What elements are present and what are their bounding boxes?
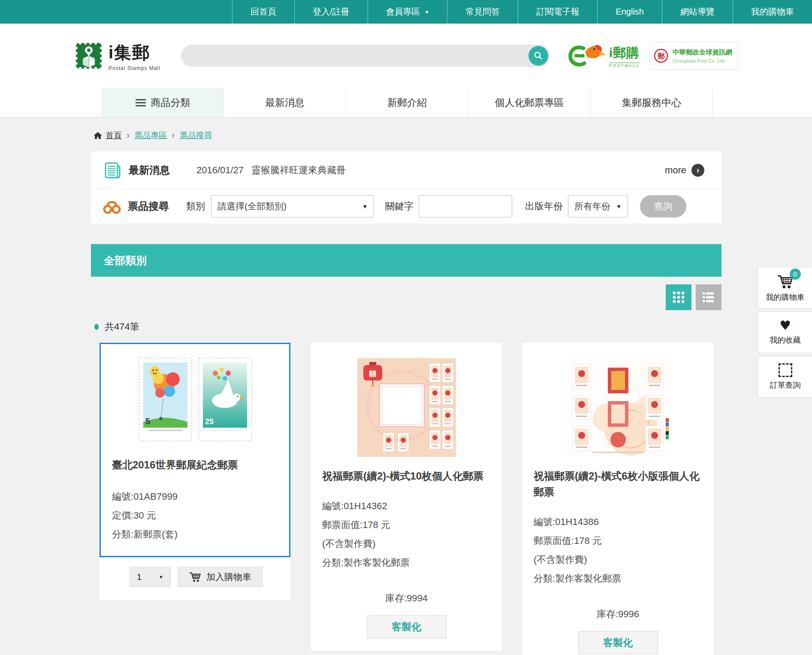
heart-icon: ♥ [779,319,791,332]
price-label: 郵票面值: [534,535,574,546]
quick-access-rail: 0 我的購物車 ♥ 我的收藏 訂單查詢 [758,267,812,401]
stamp-logo-icon [75,42,103,69]
topnav-member-area[interactable]: 會員專區 ▼ [368,0,447,24]
product-title[interactable]: 臺北2016世界郵展紀念郵票 [112,457,278,473]
main-menu: 商品分類 最新消息 新郵介紹 個人化郵票專區 集郵服務中心 [0,88,812,117]
postmall-title: i郵購 [609,44,640,62]
binoculars-icon [102,198,122,215]
search-button[interactable] [528,46,548,66]
product-details: 編號:01AB7999 定價:30 元 分類:新郵票(套) [101,487,289,544]
grid-view-button[interactable] [666,284,691,310]
site-logo[interactable]: i集郵 Postal Stamps Mall [75,41,160,71]
top-utility-bar: 回首頁 登入/註冊 會員專區 ▼ 常見問答 訂閱電子報 English 網站導覽… [0,0,812,24]
topnav-faq-label: 常見問答 [465,6,500,18]
product-category: 新郵票(套) [133,529,178,540]
year-select[interactable]: 所有年份 ▼ [568,195,628,217]
stock-value: 9996 [618,609,639,619]
topnav-my-cart[interactable]: 我的購物車 [733,0,812,24]
breadcrumb-stamp-search[interactable]: 票品搜尋 [180,130,212,141]
list-view-button[interactable] [696,284,721,310]
price-label: 郵票面值: [322,519,362,530]
code-label: 編號: [112,491,133,502]
stock-value: 9994 [407,593,428,604]
product-title[interactable]: 祝福郵票(續2)-橫式10枚個人化郵票 [322,468,491,484]
price-note: (不含製作費) [322,534,491,553]
news-headline-link[interactable]: 靈猴騰祥旺運來典藏冊 [251,164,346,177]
chunghwa-post-logo[interactable]: 郵 中華郵政全球資訊網 Chunghwa Post Co.,Ltd. [649,42,738,70]
stock-label: 庫存: [597,609,618,619]
postmall-logo[interactable]: i郵購 POSTMALL [568,42,640,69]
news-search-panel: 最新消息 2016/01/27 靈猴騰祥旺運來典藏冊 more › 票品搜尋 類… [91,151,721,223]
product-image: 祝福 [522,343,713,457]
topnav-english[interactable]: English [597,0,662,24]
menu-label: 個人化郵票專區 [495,96,564,109]
topnav-newsletter[interactable]: 訂閱電子報 [518,0,597,24]
more-arrow-icon: › [691,164,704,177]
topnav-login-label: 登入/註冊 [313,6,350,18]
svg-text:郵: 郵 [658,52,665,60]
news-more[interactable]: more › [665,164,704,177]
category-label: 分類: [112,529,133,540]
cart-icon-wrap: 0 [777,273,794,289]
order-inquiry-button[interactable]: 訂單查詢 [758,356,812,398]
home-icon [94,132,102,139]
bullet-icon [94,324,99,330]
product-code: 01AB7999 [133,491,178,502]
my-favorites-button[interactable]: ♥ 我的收藏 [758,311,812,353]
keyword-input[interactable] [419,195,512,217]
search-bar [181,45,550,67]
chevron-right-icon: › [127,130,130,141]
product-details: 編號:01H14386 郵票面值:178 元 (不含製作費) 分類:製作客製化郵… [522,513,713,588]
my-cart-button[interactable]: 0 我的購物車 [758,267,812,308]
add-to-cart-label: 加入購物車 [206,571,251,583]
chevron-down-icon: ▼ [159,574,163,580]
quantity-select[interactable]: 1 ▼ [130,567,171,587]
price-label: 定價: [112,510,133,521]
svg-text:囍: 囍 [368,370,376,378]
year-label: 出版年份 [525,200,563,213]
svg-text:25: 25 [205,417,214,426]
menu-new-stamps[interactable]: 新郵介紹 [346,88,468,117]
brand-title: i集郵 [109,41,160,64]
search-input[interactable] [191,45,522,67]
code-label: 編號: [322,501,344,511]
news-section-label: 最新消息 [129,163,170,177]
category-banner: 全部類別 [91,244,721,277]
topnav-faq[interactable]: 常見問答 [447,0,518,24]
query-button[interactable]: 查詢 [640,195,686,217]
site-header: i集郵 Postal Stamps Mall i郵購 POSTMALL [0,24,812,88]
grid-icon [672,290,685,304]
topnav-login-register[interactable]: 登入/註冊 [294,0,368,24]
keyword-label: 關鍵字 [385,200,414,213]
topnav-sitemap[interactable]: 網站導覽 [662,0,733,24]
product-code: 01H14362 [344,501,387,511]
menu-product-categories[interactable]: 商品分類 [102,88,224,117]
stock-label: 庫存: [385,593,407,604]
menu-label: 新郵介紹 [387,96,427,109]
stamp-dove-image: 25 [198,358,252,441]
customize-button[interactable]: 客製化 [367,615,447,638]
customize-button[interactable]: 客製化 [578,631,658,654]
product-code: 01H14386 [555,516,599,527]
breadcrumb-stamp-zone[interactable]: 票品專區 [134,130,167,141]
breadcrumb: 首頁 › 票品專區 › 票品搜尋 [94,129,812,142]
add-to-cart-button[interactable]: 加入購物車 [178,567,263,587]
menu-personalized-stamps[interactable]: 個人化郵票專區 [468,88,591,117]
chevron-right-icon: › [172,130,175,141]
svg-text:5: 5 [145,417,150,426]
order-stamp-icon [779,363,792,377]
menu-latest-news[interactable]: 最新消息 [224,88,346,117]
postmall-subtitle: POSTMALL [609,63,640,68]
product-card-01H14386[interactable]: 祝福 祝福郵票(續2)-橫式6枚小版張個人化郵票 編號:01H14386 郵票面… [522,343,713,655]
chunghwa-emblem-icon: 郵 [653,48,669,63]
category-select[interactable]: 請選擇(全部類別) ▼ [211,195,374,217]
product-card-01H14362[interactable]: 囍 祝福郵票(續2)-橫式10枚個人化郵票 編號:01H14362 郵票面值:1… [311,343,502,651]
product-title[interactable]: 祝福郵票(續2)-橫式6枚小版張個人化郵票 [534,468,702,500]
topnav-cart-label: 我的購物車 [751,6,794,18]
topnav-home[interactable]: 回首頁 [232,0,294,24]
breadcrumb-home[interactable]: 首頁 [94,130,122,141]
stock-line: 庫存:9996 [522,608,713,621]
menu-philately-service[interactable]: 集郵服務中心 [591,88,713,117]
postmall-text-block: i郵購 POSTMALL [609,44,640,68]
product-card-01AB7999[interactable]: 5 [100,343,290,600]
